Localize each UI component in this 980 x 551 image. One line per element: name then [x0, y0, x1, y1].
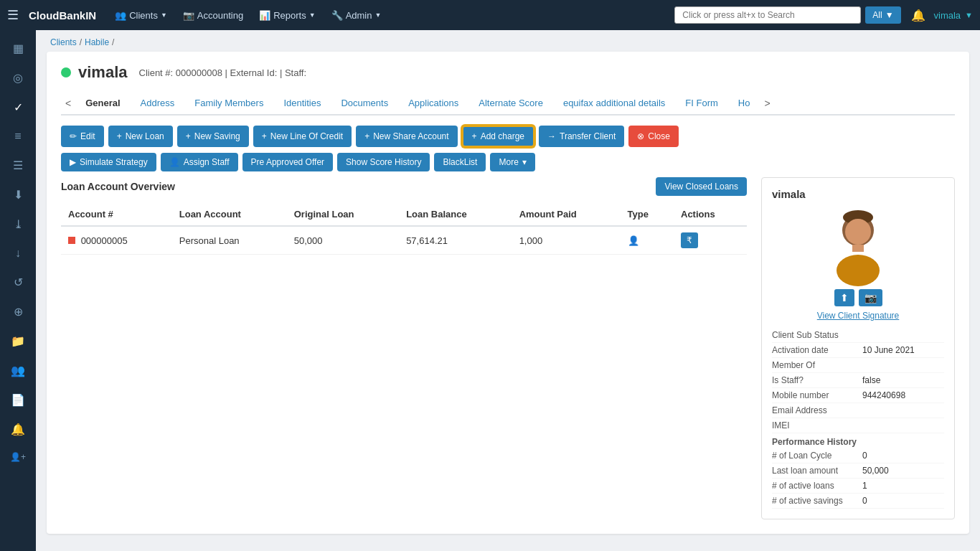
add-charge-button[interactable]: + Add charge [462, 126, 534, 147]
tab-nav-next[interactable]: > [760, 93, 774, 113]
breadcrumb-sep1: / [80, 37, 82, 47]
tab-alternate-score[interactable]: Alternate Score [468, 92, 553, 116]
simulate-strategy-button[interactable]: ▶ Simulate Strategy [61, 153, 156, 171]
tab-identities[interactable]: Identities [273, 92, 331, 116]
tab-ho[interactable]: Ho [728, 92, 760, 116]
sidebar-icon-download3[interactable]: ↓ [0, 240, 36, 267]
tab-address[interactable]: Address [131, 92, 185, 116]
sidebar-icon-refresh[interactable]: ↺ [0, 268, 36, 296]
sidebar-icon-lines[interactable]: ☰ [0, 151, 36, 179]
detail-mobile: Mobile number 944240698 [772, 388, 944, 403]
user-dropdown-arrow[interactable]: ▼ [965, 11, 973, 19]
svg-point-3 [837, 255, 880, 286]
edit-button[interactable]: ✏ Edit [61, 126, 104, 147]
new-loan-plus-icon: + [117, 131, 122, 141]
sidebar-icon-dashboard[interactable]: ▦ [0, 34, 36, 62]
transfer-arrow-icon: → [547, 131, 556, 141]
notification-bell-icon[interactable]: 🔔 [911, 9, 925, 22]
detail-imei: IMEI [772, 418, 944, 433]
tab-equifax[interactable]: equifax additional details [553, 92, 675, 116]
sidebar-icon-download[interactable]: ⬇ [0, 181, 36, 209]
profile-client-name: vimala [772, 188, 944, 200]
clients-dropdown-arrow: ▼ [161, 11, 167, 19]
col-loan-account: Loan Account [172, 203, 287, 226]
view-signature-link[interactable]: View Client Signature [817, 311, 900, 321]
sidebar-icon-person-plus[interactable]: 👤+ [0, 445, 36, 469]
cell-actions[interactable]: ₹ [674, 226, 747, 255]
app-name: CloudBankIN [29, 9, 96, 22]
profile-camera-icon-button[interactable]: 📷 [859, 289, 882, 306]
action-buttons-row2: ▶ Simulate Strategy 👤 Assign Staff Pre A… [61, 153, 955, 171]
sidebar-icon-download2[interactable]: ⤓ [0, 210, 36, 238]
main-layout: ▦ ◎ ✓ ≡ ☰ ⬇ ⤓ ↓ ↺ ⊕ 📁 👥 📄 🔔 👤+ Clients /… [0, 30, 980, 551]
search-area: All ▼ 🔔 vimala ▼ [674, 6, 973, 24]
loan-rupee-action-button[interactable]: ₹ [681, 232, 698, 248]
breadcrumb-habile[interactable]: Habile [85, 37, 109, 47]
loan-type-person-icon: 👤 [628, 235, 639, 246]
loan-table: Account # Loan Account Original Loan Loa… [61, 203, 747, 255]
col-amount-paid: Amount Paid [512, 203, 621, 226]
tab-documents[interactable]: Documents [331, 92, 398, 116]
add-charge-plus-icon: + [472, 131, 477, 141]
show-score-history-button[interactable]: Show Score History [337, 153, 430, 171]
detail-loan-cycle: # of Loan Cycle 0 [772, 448, 944, 463]
assign-staff-button[interactable]: 👤 Assign Staff [161, 153, 238, 171]
hamburger-icon[interactable]: ☰ [7, 7, 19, 23]
detail-last-loan-amount: Last loan amount 50,000 [772, 463, 944, 479]
simulate-play-icon: ▶ [70, 157, 76, 167]
sidebar-icon-people[interactable]: 👥 [0, 357, 36, 385]
nav-reports[interactable]: 📊 Reports ▼ [252, 6, 322, 25]
new-saving-plus-icon: + [186, 131, 191, 141]
sidebar-icon-plus[interactable]: ⊕ [0, 298, 36, 326]
new-loan-button[interactable]: + New Loan [108, 126, 173, 147]
sidebar-icon-file[interactable]: 📄 [0, 386, 36, 414]
col-type: Type [621, 203, 674, 226]
new-share-account-button[interactable]: + New Share Account [356, 126, 457, 147]
svg-rect-2 [852, 245, 864, 252]
client-meta: Client #: 000000008 | External Id: | Sta… [139, 67, 307, 78]
loan-overview-title: Loan Account Overview [61, 181, 175, 192]
breadcrumb-clients[interactable]: Clients [50, 37, 77, 47]
tab-family-members[interactable]: Family Members [184, 92, 273, 116]
view-closed-loans-button[interactable]: View Closed Loans [656, 177, 747, 196]
more-button[interactable]: More ▾ [490, 153, 534, 171]
edit-icon: ✏ [70, 131, 77, 141]
new-line-credit-button[interactable]: + New Line Of Credit [253, 126, 352, 147]
sidebar-icon-check[interactable]: ✓ [0, 93, 36, 121]
cell-loan-account: Personal Loan [172, 226, 287, 255]
action-buttons-row1: ✏ Edit + New Loan + New Saving + New Lin… [61, 126, 955, 147]
blacklist-button[interactable]: BlackList [434, 153, 486, 171]
right-panel: vimala [761, 177, 955, 519]
navbar: ☰ CloudBankIN 👥 Clients ▼ 📷 Accounting 📊… [0, 0, 980, 30]
tab-general[interactable]: General [75, 92, 130, 116]
sidebar-icon-list[interactable]: ≡ [0, 123, 36, 150]
sidebar-icon-folder[interactable]: 📁 [0, 327, 36, 355]
pre-approved-offer-button[interactable]: Pre Approved Offer [242, 153, 334, 171]
tab-fi-form[interactable]: FI Form [675, 92, 728, 116]
col-loan-balance: Loan Balance [399, 203, 512, 226]
search-filter-button[interactable]: All ▼ [865, 6, 900, 24]
nav-accounting[interactable]: 📷 Accounting [176, 6, 250, 25]
tab-nav-prev[interactable]: < [61, 93, 75, 113]
user-menu[interactable]: vimala [934, 10, 961, 21]
client-name: vimala [78, 63, 128, 82]
client-details: Client Sub Status Activation date 10 Jun… [772, 328, 944, 509]
sidebar-icon-target[interactable]: ◎ [0, 64, 36, 92]
detail-active-loans: # of active loans 1 [772, 479, 944, 494]
svg-point-4 [845, 219, 871, 245]
more-dropdown-arrow: ▾ [522, 157, 527, 167]
loan-overview-section: Loan Account Overview View Closed Loans … [61, 177, 955, 519]
nav-admin[interactable]: 🔧 Admin ▼ [324, 6, 389, 25]
transfer-client-button[interactable]: → Transfer Client [539, 126, 624, 147]
tab-applications[interactable]: Applications [398, 92, 468, 116]
col-original-loan: Original Loan [287, 203, 399, 226]
sidebar-icon-bell[interactable]: 🔔 [0, 415, 36, 443]
detail-is-staff: Is Staff? false [772, 373, 944, 388]
close-button[interactable]: ⊗ Close [628, 126, 679, 147]
search-input[interactable] [674, 6, 861, 24]
new-saving-button[interactable]: + New Saving [177, 126, 249, 147]
nav-clients[interactable]: 👥 Clients ▼ [108, 6, 174, 25]
reports-icon: 📊 [259, 10, 270, 21]
cell-loan-balance: 57,614.21 [399, 226, 512, 255]
profile-upload-icon-button[interactable]: ⬆ [834, 289, 854, 306]
